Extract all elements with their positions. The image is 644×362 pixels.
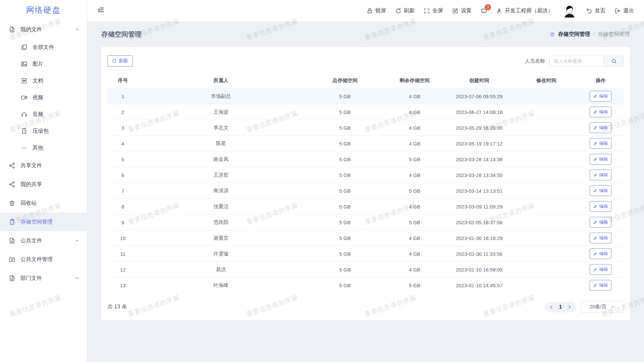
sidebar-item-images[interactable]: 图片 [0, 56, 87, 72]
refresh-icon [395, 8, 401, 14]
refresh-label: 刷新 [404, 7, 415, 14]
breadcrumb-root[interactable]: 存储空间管理 [558, 31, 590, 38]
col-header-modified: 修改时间 [516, 73, 578, 88]
page-title: 存储空间管理 [101, 30, 142, 39]
storage-icon [9, 219, 15, 225]
table-row: 3李志文5 GB4 GB2023-05-29 16:20:00编辑 [107, 120, 624, 136]
home-button[interactable]: 首页 [586, 7, 605, 14]
dots-icon [21, 144, 28, 151]
sidebar-item-archives[interactable]: 压缩包 [0, 123, 87, 139]
sidebar-item-label: 全部文件 [33, 44, 54, 51]
files-icon [21, 44, 28, 51]
page-size-value: 20条/页 [590, 304, 607, 310]
sidebar-item-my-shares[interactable]: 我的共享 [0, 175, 87, 194]
chevron-down-icon [75, 276, 79, 281]
edit-button[interactable]: 编辑 [590, 185, 611, 196]
table-refresh-label: 刷新 [119, 58, 128, 64]
table-row: 4陈星5 GB4 GB2023-05-19 19:17:12编辑 [107, 136, 624, 152]
sidebar-item-department-files[interactable]: 部门文件 [0, 269, 87, 288]
sidebar-item-videos[interactable]: 视频 [0, 89, 87, 106]
lock-screen-label: 锁屏 [375, 7, 386, 14]
pencil-icon [593, 189, 597, 193]
sidebar-item-recycle-bin[interactable]: 回收站 [0, 194, 87, 213]
prev-page-button[interactable] [547, 302, 556, 312]
share-icon [9, 162, 15, 169]
refresh-button[interactable]: 刷新 [395, 7, 415, 14]
current-page[interactable]: 1 [556, 304, 565, 310]
pencil-icon [593, 283, 597, 287]
breadcrumb-separator: / [593, 31, 595, 37]
notification-badge: 3 [485, 4, 491, 10]
table-row: 6王洪哲5 GB4 GB2023-03-28 13:34:50编辑 [107, 167, 624, 183]
sidebar-item-storage-management[interactable]: 存储空间管理 [0, 213, 87, 231]
total-count: 共 13 条 [107, 303, 127, 310]
sidebar-item-public-files[interactable]: 公共文件 [0, 231, 87, 250]
table-row: 13叶海峰5 GB5 GB2023-01-10 14:45:57编辑 [107, 278, 624, 293]
search-input[interactable] [549, 56, 604, 67]
edit-button[interactable]: 编辑 [590, 280, 611, 291]
topbar: 锁屏 刷新 全屏 设置 3 开发工程师（易洪） [87, 0, 644, 21]
next-page-button[interactable] [565, 302, 574, 312]
logout-label: 退出 [623, 7, 634, 14]
edit-button[interactable]: 编辑 [590, 201, 611, 212]
table-row: 11许雯璇5 GB4 GB2023-01-30 11:33:56编辑 [107, 246, 624, 262]
table-refresh-button[interactable]: 刷新 [107, 55, 133, 67]
pencil-icon [593, 141, 597, 145]
sidebar-item-audio[interactable]: 音频 [0, 106, 87, 123]
search-button[interactable] [604, 56, 624, 67]
edit-button[interactable]: 编辑 [590, 107, 611, 117]
user-name-label: 开发工程师（易洪） [505, 7, 553, 14]
pagination: 1 20条/页 [545, 301, 624, 313]
fullscreen-button[interactable]: 全屏 [424, 7, 443, 14]
person-icon [496, 8, 502, 14]
logout-button[interactable]: 退出 [614, 7, 634, 14]
sidebar-item-shared-files[interactable]: 共享文件 [0, 156, 87, 175]
sidebar-item-label: 公共文件管理 [20, 256, 53, 263]
sidebar-item-other[interactable]: 其他 [0, 139, 87, 156]
edit-button[interactable]: 编辑 [590, 217, 611, 228]
share-icon [9, 181, 15, 188]
col-header-free: 剩余存储空间 [386, 73, 443, 88]
sidebar-fold-icon[interactable] [97, 7, 105, 14]
edit-button[interactable]: 编辑 [590, 122, 611, 133]
edit-button[interactable]: 编辑 [590, 233, 611, 243]
edit-button[interactable]: 编辑 [590, 264, 611, 275]
sidebar-item-public-files-management[interactable]: 公共文件管理 [0, 250, 87, 269]
edit-button[interactable]: 编辑 [590, 154, 611, 165]
settings-button[interactable]: 设置 [452, 7, 472, 14]
settings-icon [452, 8, 459, 14]
main-area: 锁屏 刷新 全屏 设置 3 开发工程师（易洪） [87, 0, 644, 362]
edit-button[interactable]: 编辑 [590, 91, 611, 102]
chevron-right-icon [567, 305, 572, 309]
table-row: 5曲金凤5 GB5 GB2023-03-28 14:14:38编辑 [107, 152, 624, 167]
notification-button[interactable]: 3 [481, 8, 487, 14]
sidebar: 网络硬盘 我的文件 全部文件 图片 文档 视频 音频 [0, 0, 87, 362]
home-label: 首页 [595, 7, 605, 14]
search-icon [611, 58, 617, 64]
edit-button[interactable]: 编辑 [590, 170, 611, 180]
avatar[interactable] [562, 3, 577, 18]
sidebar-item-all-files[interactable]: 全部文件 [0, 39, 87, 56]
sidebar-item-my-files[interactable]: 我的文件 [0, 20, 87, 39]
col-header-total: 总存储空间 [304, 73, 386, 88]
video-icon [21, 94, 28, 101]
zip-icon [21, 128, 28, 134]
table-header-row: 序号 所属人 总存储空间 剩余存储空间 创建时间 修改时间 操作 [107, 73, 624, 88]
page-size-select[interactable]: 20条/页 [581, 301, 624, 313]
edit-button[interactable]: 编辑 [590, 138, 611, 149]
sidebar-menu: 我的文件 全部文件 图片 文档 视频 音频 压缩包 [0, 20, 87, 288]
col-header-created: 创建时间 [443, 73, 516, 88]
trash-icon [9, 200, 15, 206]
user-menu[interactable]: 开发工程师（易洪） [496, 7, 553, 14]
sidebar-item-label: 部门文件 [20, 275, 42, 282]
lock-screen-button[interactable]: 锁屏 [367, 7, 386, 14]
edit-button[interactable]: 编辑 [590, 248, 611, 259]
image-icon [21, 61, 28, 67]
table-row: 12易洪5 GB4 GB2023-01-10 16:58:05编辑 [107, 262, 624, 278]
storage-table: 序号 所属人 总存储空间 剩余存储空间 创建时间 修改时间 操作 1市场副总5 … [107, 73, 624, 293]
chevron-up-icon [75, 27, 79, 32]
table-row: 8张重洁5 GB4 GB2023-03-09 11:09:29编辑 [107, 199, 624, 215]
sidebar-item-documents[interactable]: 文档 [0, 72, 87, 89]
sidebar-item-label: 存储空间管理 [20, 219, 53, 226]
pencil-icon [593, 236, 597, 240]
